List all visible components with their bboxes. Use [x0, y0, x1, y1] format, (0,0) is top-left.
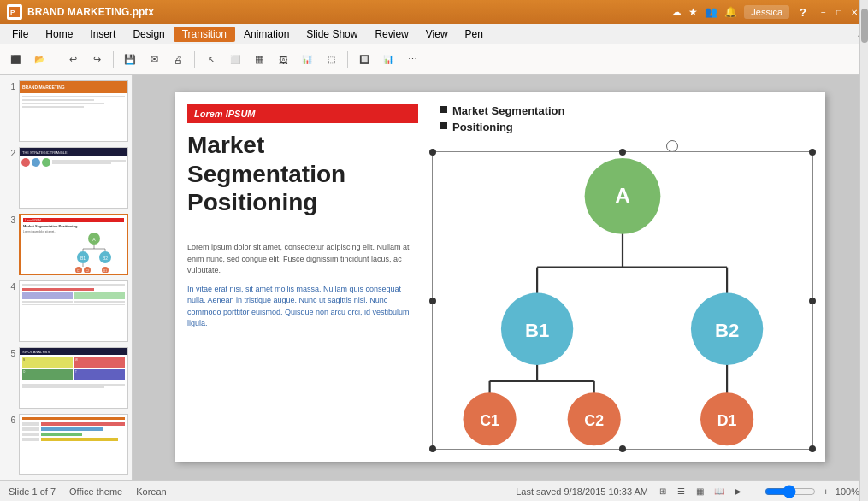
- slide-img-6[interactable]: [19, 414, 128, 475]
- slide-body-text: Lorem ipsum dolor sit amet, consectetur …: [187, 242, 418, 337]
- title-bar: P BRAND MARKETING.pptx ☁ ★ 👥 🔔 Jessica ?…: [0, 0, 868, 24]
- handle-tr[interactable]: [809, 149, 816, 156]
- node-a-label: A: [615, 184, 630, 207]
- handle-tm[interactable]: [619, 149, 626, 156]
- view-slide-icon[interactable]: ▦: [693, 484, 708, 499]
- bullet-text-2: Positioning: [452, 121, 513, 133]
- menu-home[interactable]: Home: [37, 27, 81, 42]
- undo-btn[interactable]: ↩: [62, 50, 83, 70]
- handle-ml[interactable]: [429, 298, 436, 304]
- slide-img-5[interactable]: SWOT ANALYSIS S W O T: [19, 347, 128, 409]
- slide-img-4[interactable]: [19, 280, 128, 342]
- rotate-handle[interactable]: [666, 140, 678, 152]
- chart-btn[interactable]: 📊: [297, 50, 317, 70]
- theme-info: Office theme: [69, 486, 122, 497]
- slide-thumb-4[interactable]: 4: [3, 280, 128, 342]
- table-btn[interactable]: ▦: [249, 50, 269, 70]
- menu-design[interactable]: Design: [124, 27, 173, 42]
- handle-bl[interactable]: [429, 445, 436, 452]
- slide-info: Slide 1 of 7: [9, 486, 56, 497]
- svg-text:P: P: [10, 9, 15, 16]
- help-button[interactable]: ?: [796, 6, 810, 19]
- menu-pen[interactable]: Pen: [457, 27, 492, 42]
- view-present-icon[interactable]: ▶: [730, 484, 746, 499]
- vertical-scrollbar[interactable]: [859, 0, 868, 501]
- redo-btn[interactable]: ↪: [86, 50, 107, 70]
- cloud-icon[interactable]: ☁: [671, 6, 682, 18]
- slide-thumb-5[interactable]: 5 SWOT ANALYSIS S W O T: [3, 347, 128, 409]
- print-btn[interactable]: 🖨: [168, 50, 188, 70]
- slide-num-1: 1: [3, 80, 15, 91]
- cursor-btn[interactable]: ↖: [201, 50, 221, 70]
- slide-panel: 1 BRAND MARKETING 2 THE STRATEGIC TRIANG…: [0, 75, 133, 480]
- arrange-btn[interactable]: 🔲: [354, 50, 375, 70]
- language-info: Korean: [136, 486, 166, 497]
- slide-num-5: 5: [3, 347, 15, 358]
- node-d1-label: D1: [717, 412, 737, 429]
- textbox-btn[interactable]: ⬚: [321, 50, 341, 70]
- zoom-slider[interactable]: [765, 485, 816, 498]
- slide-main-title[interactable]: Market Segmentation Positioning: [187, 131, 418, 217]
- more-btn[interactable]: ⋯: [402, 50, 422, 70]
- sep2: [113, 51, 114, 68]
- zoom-plus[interactable]: +: [823, 486, 828, 497]
- title-line3: Positioning: [187, 189, 317, 215]
- sep1: [56, 51, 56, 68]
- org-chart-svg: A B1 B2 C1 C2: [433, 152, 812, 449]
- editor-area: Lorem IPSUM Market Segmentation Position…: [133, 75, 868, 480]
- menu-slideshow[interactable]: Slide Show: [298, 27, 366, 42]
- slide-img-2[interactable]: THE STRATEGIC TRIANGLE: [19, 147, 128, 209]
- bullet-square-1: [440, 106, 447, 113]
- status-bar: Slide 1 of 7 Office theme Korean Last sa…: [0, 480, 868, 501]
- red-header-text: Lorem IPSUM: [194, 109, 256, 119]
- menu-review[interactable]: Review: [366, 27, 416, 42]
- node-c1-label: C1: [480, 412, 499, 429]
- document-title: BRAND MARKETING.pptx: [27, 6, 671, 18]
- slide-thumb-6[interactable]: 6: [3, 414, 128, 475]
- view-outline-icon[interactable]: ☰: [674, 484, 689, 499]
- image-btn[interactable]: 🖼: [273, 50, 293, 70]
- star-icon[interactable]: ★: [688, 6, 698, 18]
- slide-canvas: Lorem IPSUM Market Segmentation Position…: [175, 92, 825, 462]
- handle-mr[interactable]: [809, 298, 816, 304]
- slide-thumb-1[interactable]: 1 BRAND MARKETING: [3, 80, 128, 142]
- slide-img-1[interactable]: BRAND MARKETING: [19, 80, 128, 142]
- notifications-icon[interactable]: 🔔: [724, 6, 737, 18]
- bullet-item-2: Positioning: [440, 121, 564, 133]
- bullet-list: Market Segmentation Positioning: [440, 104, 564, 137]
- minimize-button[interactable]: −: [817, 5, 830, 19]
- bullet-item-1: Market Segmentation: [440, 104, 564, 117]
- scrollbar-thumb[interactable]: [861, 9, 868, 43]
- view-normal-icon[interactable]: ⊞: [655, 484, 670, 499]
- view-reading-icon[interactable]: 📖: [712, 484, 727, 499]
- slide-num-4: 4: [3, 280, 15, 292]
- handle-bm[interactable]: [619, 445, 626, 452]
- right-controls: ☁ ★ 👥 🔔 Jessica ? − □ ✕: [671, 5, 861, 19]
- new-btn[interactable]: ⬛: [5, 50, 26, 70]
- menu-view[interactable]: View: [417, 27, 457, 42]
- sep4: [347, 51, 348, 68]
- node-b1-label: B1: [525, 320, 549, 341]
- user-button[interactable]: Jessica: [744, 5, 789, 19]
- save-btn[interactable]: 💾: [120, 50, 140, 70]
- menu-insert[interactable]: Insert: [81, 27, 124, 42]
- slide-thumb-2[interactable]: 2 THE STRATEGIC TRIANGLE: [3, 147, 128, 209]
- menu-file[interactable]: File: [3, 27, 37, 42]
- shapes-btn[interactable]: ⬜: [225, 50, 245, 70]
- org-chart-container[interactable]: A B1 B2 C1 C2: [432, 151, 813, 450]
- slide-thumb-3[interactable]: 3 Lorem IPSUM Market Segmentation Positi…: [3, 214, 128, 275]
- title-line2: Segmentation: [187, 161, 345, 187]
- svg-text:C2: C2: [86, 269, 89, 273]
- email-btn[interactable]: ✉: [144, 50, 164, 70]
- handle-tl[interactable]: [429, 149, 436, 156]
- slide-img-3[interactable]: Lorem IPSUM Market Segmentation Position…: [19, 214, 128, 275]
- open-btn[interactable]: 📂: [29, 50, 50, 70]
- chart2-btn[interactable]: 📊: [378, 50, 399, 70]
- handle-br[interactable]: [809, 445, 816, 452]
- menu-animation[interactable]: Animation: [235, 27, 298, 42]
- share-icon[interactable]: 👥: [705, 6, 717, 18]
- menu-transition[interactable]: Transition: [174, 27, 235, 42]
- svg-text:B2: B2: [103, 256, 108, 261]
- zoom-minus[interactable]: −: [753, 486, 758, 497]
- restore-button[interactable]: □: [832, 5, 846, 19]
